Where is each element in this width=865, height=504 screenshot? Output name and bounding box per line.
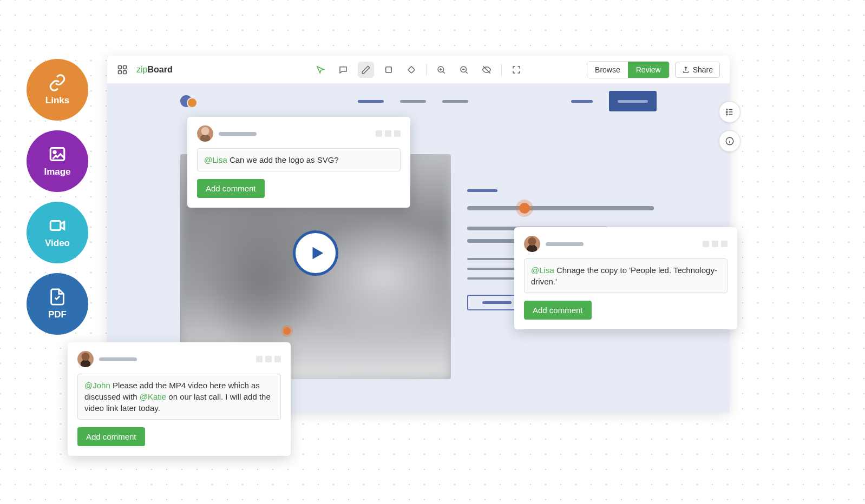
mention: @Lisa: [204, 155, 227, 164]
comment-menu-icon[interactable]: [256, 356, 281, 362]
svg-rect-4: [123, 65, 127, 69]
svg-rect-3: [119, 65, 122, 69]
mock-nav-item: [571, 100, 593, 103]
mock-eyebrow: [467, 189, 497, 192]
mention: @John: [84, 381, 110, 390]
mock-nav-item: [358, 100, 384, 103]
zoom-in-tool[interactable]: [433, 62, 449, 78]
comments-list-button[interactable]: [719, 101, 741, 123]
svg-rect-7: [386, 67, 392, 72]
avatar: [77, 351, 94, 367]
video-icon: [48, 216, 67, 235]
review-button[interactable]: Review: [628, 62, 669, 78]
hide-annotations-tool[interactable]: [479, 62, 495, 78]
bubble-label: Image: [44, 167, 70, 177]
comment-tool[interactable]: [335, 62, 351, 78]
mention: @Katie: [140, 392, 166, 401]
play-button[interactable]: [293, 230, 338, 276]
toolbar-separator: [501, 64, 502, 76]
mock-nav-item: [442, 100, 468, 103]
annotation-tools: [312, 62, 525, 78]
mock-nav-cta: [609, 91, 657, 111]
filetype-bubble-links[interactable]: Links: [27, 59, 88, 121]
toolbar-separator: [426, 64, 427, 76]
comment-body[interactable]: @Lisa Can we add the logo as SVG?: [197, 148, 401, 171]
comment-popover-1: @Lisa Can we add the logo as SVG? Add co…: [187, 117, 410, 208]
comment-popover-3: @John Please add the MP4 video here whic…: [68, 342, 291, 456]
filetype-bubble-pdf[interactable]: PDF: [27, 273, 88, 335]
pdf-icon: [48, 288, 67, 306]
image-icon: [48, 145, 67, 163]
toolbar-right: Browse Review Share: [587, 61, 720, 78]
author-placeholder: [99, 357, 137, 361]
pointer-tool[interactable]: [312, 62, 329, 78]
comment-body[interactable]: @Lisa Chnage the copy to 'People led. Te…: [524, 258, 728, 293]
svg-point-1: [54, 151, 56, 153]
svg-point-13: [726, 114, 728, 115]
share-icon: [682, 66, 690, 74]
rectangle-tool[interactable]: [381, 62, 397, 78]
avatar: [524, 236, 540, 252]
logo-suffix: Board: [147, 65, 172, 75]
annotation-marker[interactable]: [283, 327, 291, 335]
browse-button[interactable]: Browse: [587, 62, 628, 78]
fullscreen-tool[interactable]: [508, 62, 525, 78]
pencil-tool[interactable]: [358, 62, 374, 78]
mock-nav: [107, 84, 730, 118]
comment-header: [524, 236, 728, 252]
link-icon: [48, 74, 67, 92]
filetype-bubble-image[interactable]: Image: [27, 130, 88, 192]
comment-text: Chnage the copy to 'People led. Technolo…: [531, 266, 717, 286]
svg-rect-2: [50, 221, 60, 230]
mock-nav-item: [400, 100, 426, 103]
filetype-bubble-video[interactable]: Video: [27, 202, 88, 263]
logo-prefix: zip: [136, 65, 147, 75]
mock-nav-links: [358, 91, 657, 111]
add-comment-button[interactable]: Add comment: [197, 179, 265, 198]
bubble-label: Video: [45, 238, 70, 249]
bubble-label: Links: [45, 95, 69, 106]
info-button[interactable]: [719, 130, 741, 152]
comment-text: Can we add the logo as SVG?: [227, 155, 339, 164]
zoom-out-tool[interactable]: [456, 62, 472, 78]
list-icon: [725, 107, 735, 117]
svg-point-11: [726, 109, 728, 110]
add-comment-button[interactable]: Add comment: [77, 427, 145, 446]
author-placeholder: [219, 132, 257, 136]
comment-menu-icon[interactable]: [703, 241, 728, 247]
info-icon: [725, 136, 735, 146]
bubble-label: PDF: [48, 309, 67, 320]
avatar: [197, 125, 213, 142]
play-icon: [308, 244, 326, 262]
comment-header: [197, 125, 401, 142]
comment-popover-2: @Lisa Chnage the copy to 'People led. Te…: [514, 227, 737, 329]
mention: @Lisa: [531, 266, 554, 275]
comment-menu-icon[interactable]: [376, 130, 401, 137]
svg-rect-5: [119, 70, 122, 74]
share-label: Share: [693, 65, 713, 74]
eraser-tool[interactable]: [403, 62, 420, 78]
annotation-marker[interactable]: [519, 203, 530, 214]
author-placeholder: [546, 242, 584, 246]
toolbar: zipBoard Browse Review Share: [107, 56, 730, 84]
comment-body[interactable]: @John Please add the MP4 video here whic…: [77, 374, 281, 420]
add-comment-button[interactable]: Add comment: [524, 301, 592, 320]
mock-slider: [467, 206, 654, 210]
svg-point-12: [726, 111, 728, 112]
share-button[interactable]: Share: [675, 62, 720, 78]
svg-rect-6: [123, 70, 127, 74]
comment-header: [77, 351, 281, 367]
mock-logo-dot: [180, 95, 192, 107]
svg-rect-8: [408, 66, 415, 73]
app-logo: zipBoard: [136, 65, 173, 75]
apps-grid-icon[interactable]: [117, 64, 128, 75]
